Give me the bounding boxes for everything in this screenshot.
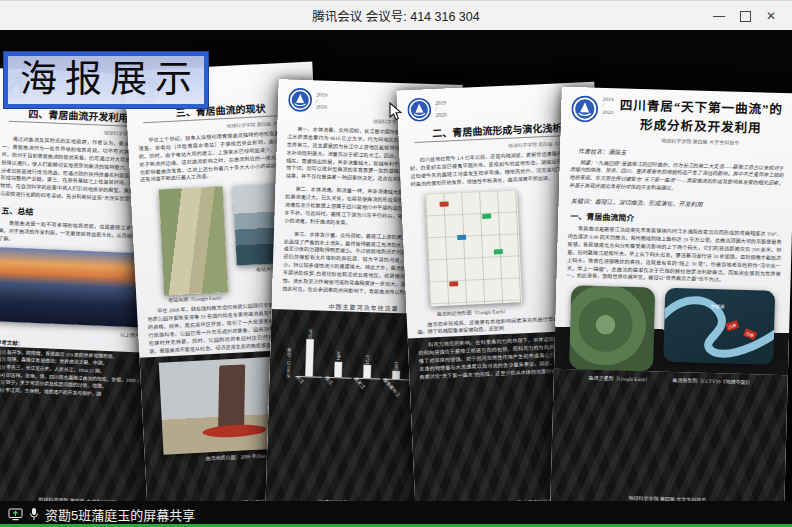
poster-main-title: 2019 / 2020 四川青居“天下第一曲流”的 形成分析及开发利用 地球科学… — [550, 87, 792, 511]
maximize-icon — [740, 11, 751, 22]
poster-body-text: 青居曲流是嘉陵江流经南充市青居镇境内时江水遇阻改变流向而形成的弯曲程度达 359… — [566, 225, 781, 286]
terrain-map-image — [425, 190, 522, 306]
chart-unit-label: 单位：亿立方米 — [284, 348, 291, 379]
microphone-icon — [29, 507, 39, 521]
poster-display-overlay-label: 海报展示 — [4, 52, 208, 108]
poster-subtitle: 地球科学学院 第四届·大学生科技节 — [661, 136, 740, 145]
abstract-text: 摘要：“九曲回肠”是嘉陵江的回环曲折，作为长江的第二大支流——嘉陵江自古以来就对… — [569, 159, 784, 197]
monument-pillar — [218, 364, 245, 430]
window-title: 腾讯会议 会议号: 414 316 304 — [312, 6, 479, 25]
river-curve-graphic — [663, 288, 775, 365]
meander-model-image: 牛轭湖 凸岸 凹岸 — [663, 288, 775, 365]
titlebar: 腾讯会议 会议号: 414 316 304 — ✕ — [0, 0, 792, 30]
poster-title-line2: 形成分析及开发利用 — [640, 116, 762, 138]
university-emblem-icon — [288, 88, 313, 113]
tencent-meeting-window: 腾讯会议 会议号: 414 316 304 — ✕ 2019 / 2020 四、… — [0, 0, 792, 527]
poster-years: 2019 / 2020 — [316, 91, 328, 110]
close-button[interactable]: ✕ — [758, 1, 784, 31]
poster-dark-band: 曲流卫星图（Google Earth） 曲流原型图（CCTV10《地理中国》） … — [550, 369, 788, 511]
figure-transition-area: 牛轭湖 凸岸 凹岸 — [554, 281, 790, 375]
poster-white-area: 2019 / 2020 四川青居“天下第一曲流”的 形成分析及开发利用 地球科学… — [556, 87, 792, 288]
meander-satellite-image — [569, 285, 655, 371]
university-emblem-icon — [571, 95, 599, 123]
map-marker — [457, 234, 466, 239]
section-heading: 一、青居曲流简介 — [570, 210, 782, 227]
map-marker — [494, 249, 503, 254]
screen-share-icon — [8, 508, 23, 521]
author-name: 作者姓名：蒲庭玉 — [578, 146, 784, 161]
window-controls: — ✕ — [706, 1, 784, 31]
map-marker — [440, 201, 449, 206]
figure-caption: 曲流原型图（CCTV10《地理中国》） — [672, 376, 753, 385]
keywords: 关键词：嘉陵江，深切曲流，形成演化，开发利用 — [571, 196, 783, 211]
map-marker — [482, 213, 491, 218]
maximize-button[interactable] — [732, 1, 758, 31]
dam-satellite-image — [159, 187, 228, 296]
monument-flowerbed — [202, 423, 267, 438]
mouse-cursor-icon — [389, 102, 402, 121]
map-marker — [449, 281, 458, 286]
share-source-label: 资勘5班蒲庭玉的屏幕共享 — [45, 505, 195, 524]
poster-years: 2019 / 2020 — [602, 96, 614, 115]
university-emblem-icon — [407, 97, 432, 122]
minimize-button[interactable]: — — [706, 1, 732, 31]
shared-screen: 2019 / 2020 四、青居曲流开发利用的建议 地球科学学院 第四届·大学生… — [0, 30, 792, 527]
poster-years: 2019 / 2020 — [435, 99, 447, 118]
figure-caption: 曲流卫星图（Google Earth） — [588, 374, 650, 383]
oxbow-lake-label: 牛轭湖 — [711, 303, 725, 309]
